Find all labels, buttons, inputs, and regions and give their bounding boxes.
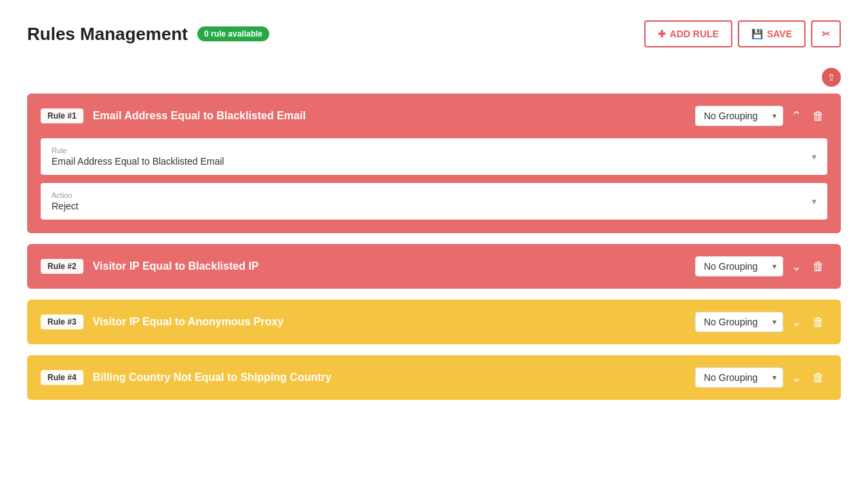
save-icon: 💾 [751,28,763,39]
field-value: Reject [52,201,79,211]
rule-delete-button-4[interactable]: 🗑 [810,368,827,388]
grouping-select-1[interactable]: No GroupingANDOR [695,106,783,126]
clear-button[interactable]: ✂ [811,20,841,47]
page-container: Rules Management 0 rule available ✚ ADD … [0,0,868,420]
rule-badge-4: Rule #4 [41,370,83,385]
rule-card-3: Rule #3Visitor IP Equal to Anonymous Pro… [27,300,841,344]
rule-badge-1: Rule #1 [41,108,83,123]
rules-list: Rule #1Email Address Equal to Blackliste… [27,94,841,400]
field-label: Rule [52,146,224,155]
rule-card-2: Rule #2Visitor IP Equal to Blacklisted I… [27,244,841,289]
save-label: SAVE [767,28,792,39]
rule-field-inner: ActionReject [52,191,79,211]
rule-toggle-button-2[interactable]: ⌄ [789,256,804,277]
rule-body-1: RuleEmail Address Equal to Blacklisted E… [27,138,841,233]
chevron-up-icon: ⇧ [827,72,835,83]
rule-card-4: Rule #4Billing Country Not Equal to Ship… [27,355,841,400]
rule-controls-1: No GroupingANDOR▾⌃🗑 [695,106,827,126]
grouping-select-3[interactable]: No GroupingANDOR [695,312,783,332]
page-title: Rules Management [27,24,188,45]
rule-controls-4: No GroupingANDOR▾⌄🗑 [695,367,827,388]
rule-badge-2: Rule #2 [41,259,83,274]
grouping-select-wrapper-2: No GroupingANDOR▾ [695,256,783,277]
save-button[interactable]: 💾 SAVE [738,20,806,47]
grouping-select-wrapper-4: No GroupingANDOR▾ [695,367,783,388]
rule-controls-3: No GroupingANDOR▾⌄🗑 [695,312,827,332]
rule-header-4: Rule #4Billing Country Not Equal to Ship… [27,355,841,400]
rule-toggle-button-1[interactable]: ⌃ [789,106,804,126]
grouping-select-wrapper-1: No GroupingANDOR▾ [695,106,783,126]
scissors-icon: ✂ [822,28,830,39]
collapse-all-container: ⇧ [27,68,841,87]
rule-title-2: Visitor IP Equal to Blacklisted IP [93,260,686,272]
add-icon: ✚ [658,28,666,39]
rule-title-3: Visitor IP Equal to Anonymous Proxy [93,316,686,328]
rule-title-1: Email Address Equal to Blacklisted Email [93,110,686,122]
add-rule-button[interactable]: ✚ ADD RULE [644,20,732,47]
rule-title-4: Billing Country Not Equal to Shipping Co… [93,371,686,384]
collapse-all-button[interactable]: ⇧ [822,68,841,87]
rule-badge-3: Rule #3 [41,314,83,329]
grouping-select-wrapper-3: No GroupingANDOR▾ [695,312,783,332]
rule-header-1: Rule #1Email Address Equal to Blackliste… [27,94,841,138]
rule-delete-button-1[interactable]: 🗑 [810,106,827,126]
rule-field-inner: RuleEmail Address Equal to Blacklisted E… [52,146,224,167]
page-header: Rules Management 0 rule available ✚ ADD … [27,20,841,47]
rule-field-1-2[interactable]: ActionReject▾ [41,183,827,220]
rules-count-badge: 0 rule available [197,26,269,41]
grouping-select-2[interactable]: No GroupingANDOR [695,256,783,277]
rule-header-3: Rule #3Visitor IP Equal to Anonymous Pro… [27,300,841,344]
header-actions: ✚ ADD RULE 💾 SAVE ✂ [644,20,841,47]
rule-delete-button-2[interactable]: 🗑 [810,257,827,277]
add-rule-label: ADD RULE [670,28,719,39]
rule-field-1-1[interactable]: RuleEmail Address Equal to Blacklisted E… [41,138,827,175]
rule-delete-button-3[interactable]: 🗑 [810,312,827,332]
header-left: Rules Management 0 rule available [27,24,269,45]
rule-controls-2: No GroupingANDOR▾⌄🗑 [695,256,827,277]
rule-toggle-button-4[interactable]: ⌄ [789,367,804,388]
grouping-select-4[interactable]: No GroupingANDOR [695,367,783,388]
rule-card-1: Rule #1Email Address Equal to Blackliste… [27,94,841,233]
field-value: Email Address Equal to Blacklisted Email [52,156,224,167]
field-label: Action [52,191,79,199]
rule-header-2: Rule #2Visitor IP Equal to Blacklisted I… [27,244,841,289]
rule-toggle-button-3[interactable]: ⌄ [789,312,804,332]
field-chevron-icon: ▾ [812,151,816,162]
field-chevron-icon: ▾ [812,196,816,207]
